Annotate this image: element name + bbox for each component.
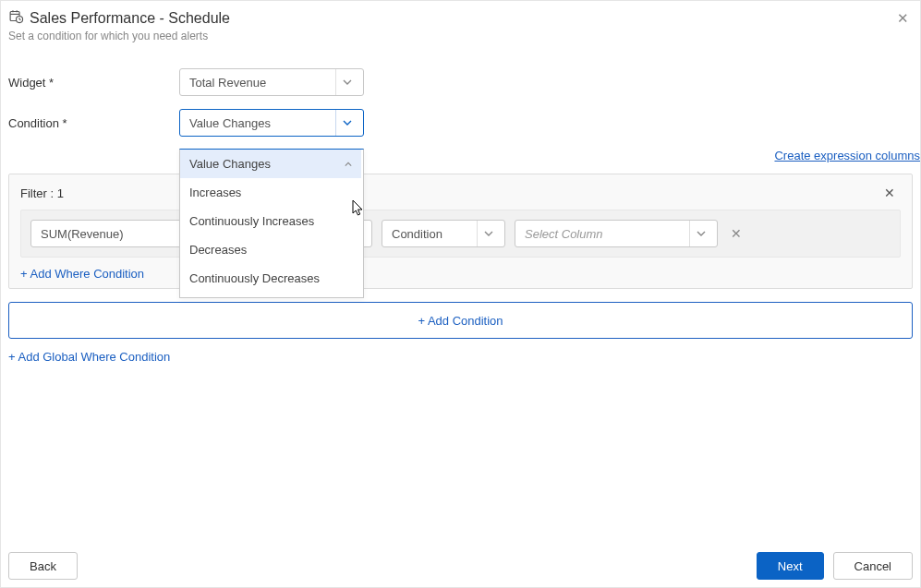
add-condition-button[interactable]: + Add Condition: [8, 302, 913, 339]
condition-select[interactable]: Value Changes: [179, 109, 364, 137]
dropdown-option-label: Continuously Decreases: [189, 271, 320, 285]
dropdown-option-increases[interactable]: Increases: [180, 178, 361, 207]
cancel-button[interactable]: Cancel: [833, 552, 913, 580]
create-expression-link[interactable]: Create expression columns: [774, 149, 920, 162]
cursor-icon: [352, 199, 365, 221]
add-global-where-condition-link[interactable]: + Add Global Where Condition: [8, 350, 170, 364]
column-select[interactable]: Select Column: [515, 220, 718, 247]
dropdown-option-continuously-decreases[interactable]: Continuously Decreases: [180, 264, 361, 293]
chevron-down-icon: [335, 69, 357, 95]
modal-footer: Back Next Cancel: [8, 552, 913, 580]
modal-subtitle: Set a condition for which you need alert…: [8, 30, 893, 42]
add-condition-label: + Add Condition: [418, 314, 503, 328]
filter-panel: Filter : 1 ✕ SUM(Revenue) Condition Sele…: [8, 174, 913, 289]
widget-select-value: Total Revenue: [189, 76, 330, 90]
dropdown-option-label: Value Changes: [189, 157, 271, 171]
widget-select[interactable]: Total Revenue: [179, 68, 364, 96]
condition-dropdown-list[interactable]: Value Changes Increases Continuously Inc…: [180, 150, 363, 297]
chevron-up-icon: [345, 157, 352, 171]
filter-title: Filter : 1: [20, 186, 64, 200]
dropdown-option-label: Increases: [189, 186, 241, 199]
form-area: Widget * Total Revenue Condition * Value…: [8, 68, 913, 137]
chevron-down-icon: [335, 110, 357, 136]
widget-label: Widget *: [8, 76, 179, 90]
svg-line-6: [19, 19, 20, 20]
comparison-condition-value: Condition: [392, 227, 471, 241]
cancel-button-label: Cancel: [854, 559, 891, 573]
close-icon[interactable]: ✕: [893, 8, 913, 29]
add-where-condition-link[interactable]: + Add Where Condition: [20, 267, 144, 281]
next-button[interactable]: Next: [757, 552, 824, 580]
calendar-clock-icon: [8, 8, 24, 28]
back-button-label: Back: [30, 559, 56, 573]
condition-label: Condition *: [8, 116, 179, 130]
dropdown-option-continuously-increases[interactable]: Continuously Increases: [180, 207, 361, 235]
modal-header: Sales Performance - Schedule Set a condi…: [8, 8, 913, 42]
dropdown-option-label: Continuously Increases: [189, 214, 314, 228]
remove-row-icon[interactable]: ✕: [727, 226, 745, 241]
chevron-down-icon: [477, 221, 499, 246]
filter-row: SUM(Revenue) Condition Select Column ✕: [20, 210, 901, 258]
condition-select-value: Value Changes: [189, 116, 330, 130]
filter-close-icon[interactable]: ✕: [879, 184, 901, 202]
dropdown-option-label: Decreases: [189, 243, 247, 257]
back-button[interactable]: Back: [8, 552, 78, 580]
condition-dropdown-popup: Value Changes Increases Continuously Inc…: [179, 149, 364, 298]
next-button-label: Next: [778, 559, 803, 573]
schedule-modal: Sales Performance - Schedule Set a condi…: [0, 0, 921, 588]
comparison-condition-select[interactable]: Condition: [382, 220, 505, 247]
modal-title: Sales Performance - Schedule: [30, 10, 230, 27]
chevron-down-icon: [689, 221, 711, 246]
column-select-placeholder: Select Column: [525, 227, 684, 241]
dropdown-option-value-changes[interactable]: Value Changes: [180, 150, 361, 178]
dropdown-option-decreases[interactable]: Decreases: [180, 235, 361, 264]
